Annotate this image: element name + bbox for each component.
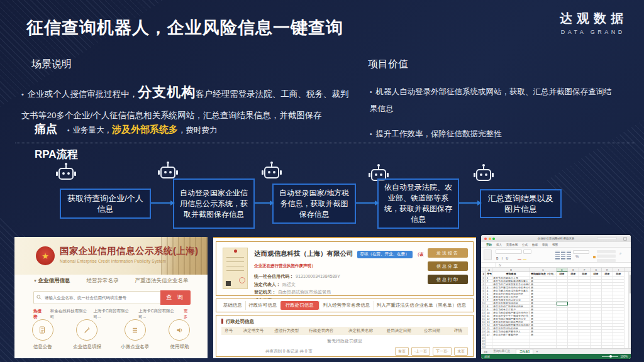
flow-arrow <box>356 202 375 204</box>
quick-links: 信息公告 企业信息填报 小微企业名录 使用帮助 <box>14 317 208 357</box>
scrollbar-thumb[interactable] <box>630 275 631 293</box>
font-size-dropdown[interactable] <box>523 250 531 254</box>
cell: H <box>602 268 613 272</box>
cell: F <box>579 268 591 272</box>
sheet-nav-arrows-icon[interactable] <box>484 350 487 353</box>
search-button[interactable]: 查 询 <box>160 290 191 305</box>
tab-blacklist[interactable]: 列入严重违法失信企业名单（黑名单）信息 <box>374 301 469 310</box>
font-color-icon[interactable] <box>518 256 521 260</box>
screenshot-company-credit-page: 达而观信息科技（上海）有限公司存续（在营、开业、在册）（该企业正在进行营业执照作… <box>213 237 476 358</box>
company-main-info: 达而观信息科技（上海）有限公司存续（在营、开业、在册）（该企业正在进行营业执照作… <box>254 247 424 305</box>
format-as-table-button[interactable] <box>597 255 616 258</box>
flow-arrow <box>459 202 478 204</box>
status-badge: 存续（在营、开业、在册） <box>357 251 413 258</box>
vertical-scrollbar[interactable] <box>628 272 631 348</box>
th-decision-date: 处罚决定日期 <box>382 328 416 334</box>
tab-abnormal-list[interactable]: 经营异常名录 <box>87 277 119 285</box>
ribbon-tab-home[interactable]: 开始 <box>486 243 492 246</box>
number-format-dropdown[interactable] <box>573 250 589 254</box>
site-title: 国家企业信用信息公示系统(上海) <box>60 245 199 257</box>
send-report-button[interactable]: 发送报告 <box>428 248 468 258</box>
search-icon[interactable]: ⌕ <box>619 251 621 256</box>
fill-color-icon[interactable] <box>523 256 526 260</box>
align-right-icon[interactable] <box>567 251 571 255</box>
value-bullet-2: 提升工作效率，保障征信数据完整性 <box>370 126 619 143</box>
excel-status-bar: 就绪 100% <box>481 354 631 359</box>
company-info-card: 达而观信息科技（上海）有限公司存续（在营、开业、在册）（该企业正在进行营业执照作… <box>216 241 474 296</box>
detail-tabs: 基础信息 行政许可信息 行政处罚信息 列入经营异常名录信息 列入严重违法失信企业… <box>216 299 474 312</box>
font-name-dropdown[interactable] <box>496 250 522 254</box>
field-legal-rep: 法定代表人：陈运文 <box>254 282 424 290</box>
site-header: ★ 国家企业信用信息公示系统(上海) National Enterprise C… <box>14 237 208 275</box>
tab-enterprise-credit[interactable]: 企业信用信息 <box>33 277 70 285</box>
formula-bar[interactable]: fx <box>481 263 631 268</box>
rpa-step-5: 汇总查询结果以及图片信息 <box>480 189 562 218</box>
business-license-thumbnail <box>223 248 248 289</box>
prev-page-button[interactable]: ·上一页 <box>411 347 430 356</box>
quick-link-help[interactable]: 使用帮助 <box>169 319 190 357</box>
rpa-step-3: 自动登录国家/地方税务信息，获取并截图保存信息 <box>272 184 356 224</box>
quick-link-directory[interactable]: 小微企业名录 <box>121 319 149 357</box>
pain-heading: 痛点 <box>35 121 57 136</box>
license-line <box>226 261 244 262</box>
tab-blacklist[interactable]: 严重违法失信企业名单 <box>135 277 189 285</box>
license-qr-code <box>226 281 231 286</box>
tab-basic-info[interactable]: 基础信息 <box>221 301 245 310</box>
robot-icon <box>55 162 77 181</box>
font-style-icons[interactable]: B I U <box>496 256 509 260</box>
share-icon[interactable] <box>623 237 627 241</box>
active-cell[interactable] <box>557 302 568 305</box>
print-info-button[interactable]: 信息打印 <box>428 275 468 284</box>
quick-link-label: 企业信息填报 <box>73 344 101 350</box>
search-input[interactable] <box>33 291 161 304</box>
excel-ribbon-tabs: 开始 插入 页面布局 公式 数据 审阅 视图 <box>481 242 631 248</box>
cell-styles-button[interactable] <box>597 259 616 262</box>
quick-link-notice[interactable]: 信息公告 <box>32 319 53 357</box>
share-info-button[interactable]: 信息分享 <box>428 261 468 271</box>
license-emblem-icon <box>234 250 237 253</box>
tab-admin-license[interactable]: 行政许可信息 <box>245 301 279 310</box>
ribbon-tab-insert[interactable]: 插入 <box>496 243 502 246</box>
cond-format-icon[interactable] <box>593 256 596 258</box>
scenario-heading: 场景说明 <box>31 58 72 71</box>
table-footer: 共查询到 0 条记录 共 0 页 首页 ·上一页 下一页· 末页 <box>221 347 468 356</box>
next-page-button[interactable]: 下一页· <box>433 347 452 356</box>
tab-admin-penalty[interactable]: 行政处罚信息 <box>280 301 319 310</box>
align-center-icon[interactable] <box>561 251 565 255</box>
ribbon-tab-formulas[interactable]: 公式 <box>522 243 528 246</box>
align-left-icon[interactable] <box>555 251 560 255</box>
brand-logo-cn: 达观数据 <box>555 10 628 27</box>
paste-button[interactable] <box>484 250 492 260</box>
tab-abnormal[interactable]: 列入经营异常名录信息 <box>319 301 372 310</box>
excel-search-box[interactable] <box>597 237 617 240</box>
sheet-grid[interactable]: 1序号查询事项查询网站信息（公司、控股公司）结果结果结果结果结果结果21是否为失… <box>481 272 631 348</box>
pain-line: 痛点 业务量大，涉及外部系统多，费时费力 <box>35 121 218 136</box>
first-page-button[interactable]: 首页 <box>395 347 409 356</box>
search-bar: 查 询 <box>33 290 191 305</box>
ribbon-tab-view[interactable]: 视图 <box>552 243 558 246</box>
zoom-controls[interactable]: 100% <box>602 355 628 358</box>
ribbon-tab-review[interactable]: 审阅 <box>542 243 548 246</box>
ribbon-tab-layout[interactable]: 页面布局 <box>506 243 518 246</box>
fx-icon: fx <box>499 263 501 267</box>
wrap-text-icon[interactable] <box>561 256 565 260</box>
zoom-slider[interactable] <box>602 356 618 357</box>
cell-reference-box <box>481 263 496 267</box>
quick-link-fill[interactable]: 企业信息填报 <box>73 319 101 357</box>
ribbon-tab-data[interactable]: 数据 <box>532 243 538 246</box>
sheet-tab-1[interactable]: 查询结果汇总 <box>490 349 513 354</box>
add-sheet-icon[interactable] <box>536 349 538 353</box>
sigma-icon[interactable]: % <box>575 255 579 258</box>
last-page-button[interactable]: 末页 <box>454 347 468 356</box>
status-ready-label: 就绪 <box>484 355 490 358</box>
flow-arrow <box>151 202 171 204</box>
pen-icon <box>76 319 97 341</box>
conditional-format-button[interactable] <box>597 250 616 253</box>
indent-icon[interactable] <box>555 256 560 260</box>
cell: B <box>492 268 530 272</box>
cell: A <box>486 268 492 272</box>
cell: C <box>530 268 557 272</box>
screenshot-credit-publicity-site: ★ 国家企业信用信息公示系统(上海) National Enterprise C… <box>14 237 208 358</box>
merge-cells-icon[interactable] <box>567 256 571 260</box>
rpa-heading: RPA流程 <box>35 147 78 162</box>
